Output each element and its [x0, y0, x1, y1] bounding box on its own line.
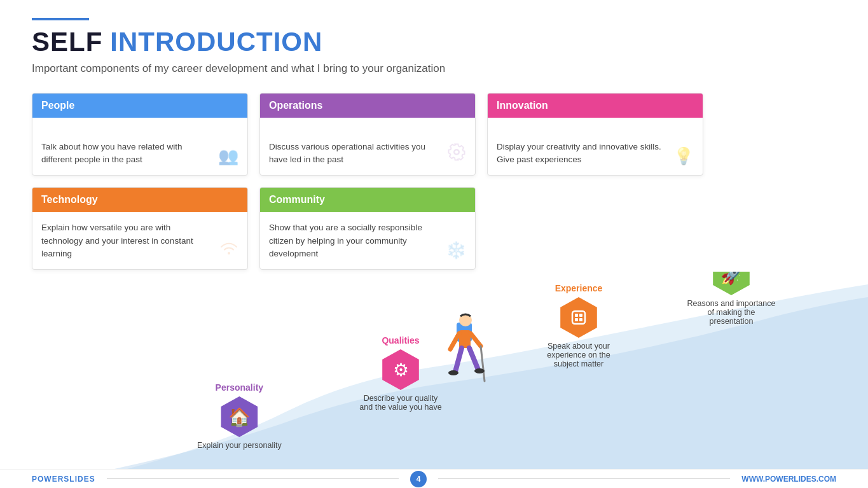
personality-hex: 🏠 — [219, 396, 259, 437]
footer-brand-blue: SLIDES — [64, 475, 95, 484]
cards-section: People Talk about how you have related w… — [0, 81, 868, 270]
footer: POWERSLIDES 4 WWW.POWERLIDES.COM — [0, 469, 868, 488]
people-icon: 👥 — [218, 146, 238, 166]
svg-rect-13 — [575, 318, 578, 321]
card-technology-body: Explain how versatile you are with techn… — [32, 212, 247, 269]
step-personality: Personality 🏠 Explain your personality — [197, 382, 282, 450]
qualities-hex: ⚙ — [380, 349, 421, 390]
svg-line-4 — [471, 333, 481, 346]
card-community-body: Show that you are a socially responsible… — [260, 212, 475, 269]
gear-icon — [447, 143, 466, 166]
footer-line-left — [107, 478, 399, 479]
card-community-label: Community — [269, 194, 325, 205]
card-innovation: Innovation Display your creativity and i… — [487, 93, 703, 176]
cards-right-column: Innovation Display your creativity and i… — [487, 93, 703, 270]
card-operations-header: Operations — [260, 94, 475, 118]
card-technology-header: Technology — [32, 188, 247, 212]
qualities-desc: Describe your quality and the value you … — [356, 394, 445, 412]
footer-brand: POWERSLIDES — [32, 475, 95, 484]
step-reasons: Reasons 🚀 Reasons and importance of maki… — [687, 272, 776, 326]
svg-line-3 — [450, 333, 459, 349]
card-community-header: Community — [260, 188, 475, 212]
svg-line-6 — [455, 348, 462, 372]
svg-point-8 — [448, 370, 458, 375]
card-innovation-body: Display your creativity and innovative s… — [488, 118, 703, 175]
card-operations-body: Discuss various operational activities y… — [260, 118, 475, 175]
card-people-header: People — [32, 94, 247, 118]
footer-brand-black: POWER — [32, 475, 64, 484]
personality-desc: Explain your personality — [197, 441, 282, 450]
step-experience: Experience Speak about your experience o… — [534, 283, 623, 368]
experience-desc: Speak about your experience on the subje… — [534, 342, 623, 368]
reasons-hex: 🚀 — [711, 272, 752, 295]
title-intro: INTRODUCTION — [110, 27, 322, 57]
svg-rect-14 — [579, 318, 582, 321]
svg-rect-11 — [575, 314, 578, 317]
card-community: Community Show that you are a socially r… — [259, 187, 476, 270]
header-accent-line — [32, 18, 89, 20]
subtitle: Important components of my career develo… — [32, 62, 836, 75]
card-community-text: Show that you are a socially responsible… — [269, 221, 439, 260]
card-technology-label: Technology — [41, 194, 98, 205]
title-self: SELF — [32, 27, 102, 57]
svg-rect-12 — [579, 314, 582, 317]
reasons-desc: Reasons and importance of making the pre… — [687, 299, 776, 326]
step-qualities: Qualities ⚙ Describe your quality and th… — [356, 335, 445, 412]
footer-page: 4 — [410, 471, 427, 487]
cards-mid-column: Operations Discuss various operational a… — [259, 93, 476, 270]
header: SELF INTRODUCTION Important components o… — [0, 0, 868, 81]
card-people-text: Talk about how you have related with dif… — [41, 141, 212, 167]
footer-url: WWW.POWERLIDES.COM — [741, 475, 836, 484]
bulb-icon: 💡 — [673, 146, 694, 166]
svg-point-9 — [474, 368, 485, 373]
personality-label: Personality — [216, 382, 263, 393]
card-operations: Operations Discuss various operational a… — [259, 93, 476, 176]
svg-line-7 — [469, 348, 478, 370]
card-innovation-header: Innovation — [488, 94, 703, 118]
card-innovation-text: Display your creativity and innovative s… — [497, 141, 667, 167]
cards-left-column: People Talk about how you have related w… — [32, 93, 248, 270]
card-technology-text: Explain how versatile you are with techn… — [41, 221, 213, 260]
card-operations-text: Discuss various operational activities y… — [269, 141, 441, 167]
svg-line-5 — [481, 346, 485, 381]
card-innovation-label: Innovation — [497, 100, 548, 111]
qualities-label: Qualities — [382, 335, 419, 345]
footer-line-right — [438, 478, 730, 479]
card-people-label: People — [41, 100, 74, 111]
card-people: People Talk about how you have related w… — [32, 93, 248, 176]
snowflake-icon: ❄️ — [446, 241, 466, 260]
bottom-area: Personality 🏠 Explain your personality Q… — [0, 272, 868, 488]
card-operations-label: Operations — [269, 100, 322, 111]
wifi-icon — [219, 241, 238, 260]
svg-rect-10 — [572, 311, 585, 324]
title-row: SELF INTRODUCTION — [32, 27, 836, 57]
card-people-body: Talk about how you have related with dif… — [32, 118, 247, 175]
experience-hex — [558, 297, 599, 338]
experience-label: Experience — [555, 283, 603, 293]
card-technology: Technology Explain how versatile you are… — [32, 187, 248, 270]
